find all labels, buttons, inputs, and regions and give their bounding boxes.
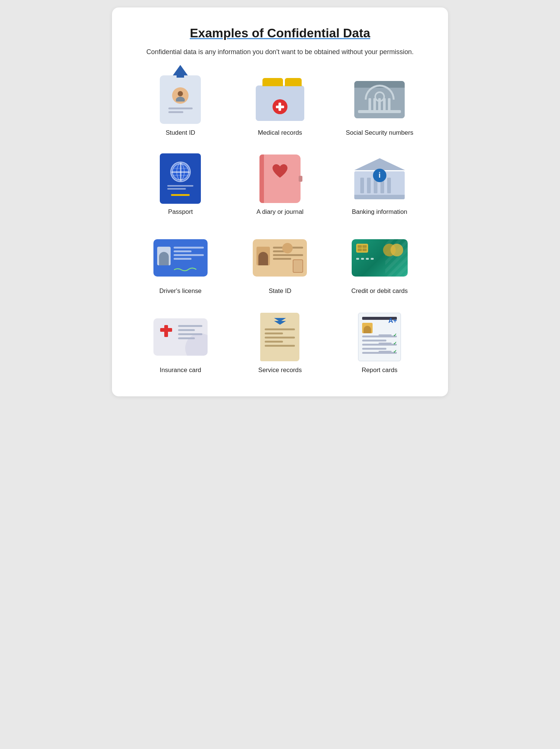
item-service-records: Service records — [234, 313, 326, 374]
item-report-card: A+ ✓ ✓ ✓ — [333, 313, 426, 374]
banking-label: Banking information — [352, 208, 407, 216]
item-state-id: State ID — [234, 234, 326, 295]
credit-card-label: Credit or debit cards — [351, 287, 408, 295]
report-card-icon: A+ ✓ ✓ ✓ — [350, 313, 410, 361]
item-drivers-license: Driver's license — [134, 234, 227, 295]
item-social-security: Social Security numbers — [333, 75, 426, 137]
drivers-license-label: Driver's license — [159, 287, 202, 295]
item-diary: A diary or journal — [234, 155, 326, 216]
drivers-license-icon — [150, 234, 210, 282]
item-passport: Passport — [134, 155, 227, 216]
credit-card-icon — [350, 234, 410, 282]
diary-icon — [250, 155, 310, 203]
medical-records-icon — [250, 75, 310, 124]
state-id-icon — [250, 234, 310, 282]
passport-icon — [150, 155, 210, 203]
insurance-icon — [150, 313, 210, 361]
item-banking: i Banking information — [333, 155, 426, 216]
item-student-id: Student ID — [134, 75, 227, 137]
page-title: Examples of Confidential Data — [134, 26, 426, 40]
svg-point-1 — [176, 97, 185, 102]
service-records-label: Service records — [258, 366, 302, 374]
social-security-icon — [350, 75, 410, 124]
medical-records-label: Medical records — [258, 129, 302, 137]
banking-icon: i — [350, 155, 410, 203]
page-subtitle: Confidential data is any information you… — [134, 47, 426, 57]
items-grid: Student ID Medical records — [134, 75, 426, 374]
item-insurance: Insurance card — [134, 313, 227, 374]
diary-label: A diary or journal — [256, 208, 304, 216]
state-id-label: State ID — [269, 287, 292, 295]
item-medical-records: Medical records — [234, 75, 326, 137]
service-records-icon — [250, 313, 310, 361]
social-security-label: Social Security numbers — [346, 129, 413, 137]
student-id-icon — [150, 75, 210, 124]
item-credit-card: Credit or debit cards — [333, 234, 426, 295]
passport-label: Passport — [168, 208, 193, 216]
student-id-label: Student ID — [166, 129, 195, 137]
main-card: Examples of Confidential Data Confidenti… — [112, 7, 448, 396]
insurance-label: Insurance card — [160, 366, 201, 374]
report-card-label: Report cards — [362, 366, 398, 374]
svg-point-0 — [178, 91, 183, 96]
